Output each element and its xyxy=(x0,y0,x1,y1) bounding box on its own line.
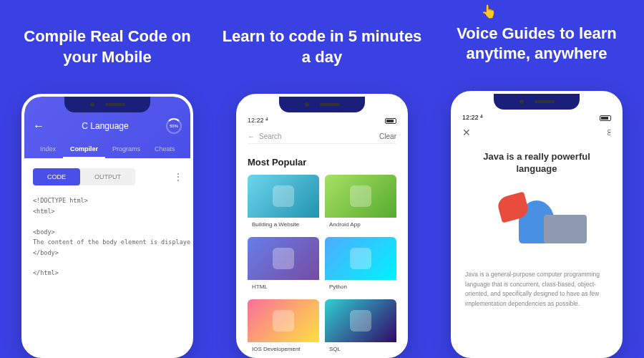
section-title: Most Popular xyxy=(248,157,396,168)
headline-3: Voice Guides to learn anytime, anywhere xyxy=(436,11,637,77)
back-arrow-icon[interactable]: ← xyxy=(248,132,255,140)
status-battery xyxy=(600,114,611,121)
lesson-illustration xyxy=(465,183,608,261)
panel-3: Voice Guides to learn anytime, anywhere … xyxy=(429,0,644,358)
tab-compiler[interactable]: Compiler xyxy=(63,141,105,158)
course-card[interactable]: Python xyxy=(325,237,396,294)
tab-bar: Index Compiler Programs Cheats xyxy=(33,141,182,158)
clear-button[interactable]: Clear xyxy=(379,132,396,140)
phone-mockup-1: ← C Language 50% Index Compiler Programs… xyxy=(21,94,193,358)
output-toggle-button[interactable]: OUTPUT xyxy=(80,168,135,185)
headline-2: Learn to code in 5 minutes a day xyxy=(222,14,422,79)
tap-gesture-icon: 👆 xyxy=(481,4,497,19)
panel-1: Compile Real Code on your Mobile ← C Lan… xyxy=(0,0,215,358)
course-card[interactable]: HTML xyxy=(248,237,319,294)
code-editor[interactable]: <!DOCTYPE html> <html> <body> The conten… xyxy=(33,195,182,279)
screen-title: C Language xyxy=(82,121,128,131)
code-toggle-button[interactable]: CODE xyxy=(33,168,80,185)
status-time: 12:22 ⁴ xyxy=(248,117,268,124)
search-input[interactable]: Search xyxy=(259,132,282,140)
close-icon[interactable]: ✕ xyxy=(462,127,471,138)
phone-notch xyxy=(279,97,365,112)
more-menu-icon[interactable]: ⋮ xyxy=(173,171,182,183)
headline-1: Compile Real Code on your Mobile xyxy=(7,14,208,79)
status-battery xyxy=(385,117,396,124)
phone-notch xyxy=(494,94,580,110)
course-card[interactable]: IOS Developement xyxy=(248,299,319,356)
lesson-body: Java is a general-purpose computer progr… xyxy=(465,270,608,309)
back-arrow-icon[interactable]: ← xyxy=(33,120,44,132)
panel-2: Learn to code in 5 minutes a day 12:22 ⁴… xyxy=(215,0,429,358)
phone-notch xyxy=(64,97,150,112)
course-card[interactable]: Building a Website xyxy=(248,175,319,231)
lesson-title: Java is a really powerful language xyxy=(465,151,608,175)
progress-ring[interactable]: 50% xyxy=(166,118,182,134)
tab-programs[interactable]: Programs xyxy=(105,141,147,158)
tab-index[interactable]: Index xyxy=(33,141,63,158)
status-time: 12:22 ⁴ xyxy=(462,114,483,121)
phone-mockup-3: 12:22 ⁴ ✕ ⫕ Java is a really powerful la… xyxy=(451,91,623,358)
tab-cheats[interactable]: Cheats xyxy=(147,141,182,158)
phone-mockup-2: 12:22 ⁴ ← Search Clear Most Popular B xyxy=(236,94,408,358)
course-card[interactable]: Android App xyxy=(325,175,396,231)
share-icon[interactable]: ⫕ xyxy=(607,128,611,137)
course-card[interactable]: SQL xyxy=(325,299,396,356)
